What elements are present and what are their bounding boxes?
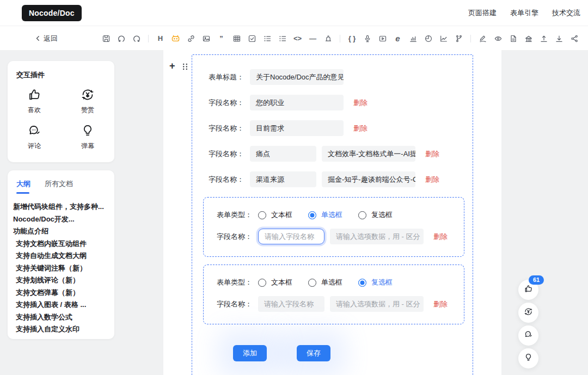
new-field-options-input[interactable]: 请输入选项数据，用 - 区分 — [330, 296, 424, 312]
delete-field-button[interactable]: 删除 — [425, 149, 439, 159]
outline-item[interactable]: 支持插入图表 / 表格 ... — [13, 299, 108, 311]
nav-form-engine[interactable]: 表单引擎 — [510, 8, 538, 18]
delete-field-button[interactable]: 删除 — [433, 232, 448, 242]
form-type-row: 表单类型： 文本框 单选框 复选框 — [217, 210, 464, 220]
undo-icon[interactable] — [117, 34, 126, 43]
reward-icon — [524, 307, 533, 318]
outline-item[interactable]: Nocode/Doc开发... — [13, 213, 108, 226]
field-row: 字段名称： 痛点 文档效率-文档格式单一-AI提示-协 删除 — [209, 146, 473, 162]
plugin-like[interactable]: 喜欢 — [27, 88, 41, 115]
delete-field-button[interactable]: 删除 — [433, 299, 448, 309]
delete-field-button[interactable]: 删除 — [353, 98, 367, 108]
heading-icon[interactable]: H — [156, 34, 165, 43]
table-icon[interactable] — [232, 34, 241, 43]
signature-pen-icon[interactable] — [478, 34, 487, 43]
save-button[interactable]: 保存 — [297, 345, 330, 361]
add-button[interactable]: 添加 — [233, 345, 267, 361]
tab-outline[interactable]: 大纲 — [16, 179, 30, 194]
unordered-list-icon[interactable] — [278, 34, 287, 43]
git-branch-icon[interactable] — [454, 34, 463, 43]
bar-chart-icon[interactable] — [408, 34, 418, 43]
add-block-icon[interactable]: + — [169, 62, 175, 70]
plugins-panel: 交互插件 喜欢 赞赏 评论 弹幕 — [8, 61, 114, 162]
outline-item[interactable]: 支持自动生成文档大纲 — [13, 250, 108, 262]
danmaku-fab[interactable] — [518, 348, 538, 368]
e-symbol-icon[interactable]: e — [393, 34, 402, 43]
save-icon[interactable] — [101, 34, 111, 43]
reward-fab[interactable] — [518, 303, 538, 323]
link-icon[interactable] — [186, 34, 195, 43]
braces-icon[interactable]: { } — [347, 34, 357, 43]
radio-checkbox[interactable]: 复选框 — [358, 278, 393, 287]
pie-chart-icon[interactable] — [424, 34, 433, 43]
field-options-input[interactable]: 掘金-知乎-趣谈前端公众号-CSDN — [322, 171, 415, 187]
floating-actions: 61 — [518, 280, 538, 368]
drag-handle-icon[interactable] — [182, 63, 188, 72]
field-name-label: 字段名称： — [209, 124, 250, 133]
radio-single-select[interactable]: 单选框 — [308, 210, 342, 220]
radio-circle-selected — [308, 211, 316, 219]
field-name-input[interactable]: 目前需求 — [250, 120, 344, 136]
line-chart-icon[interactable] — [439, 34, 448, 43]
field-name-input[interactable]: 渠道来源 — [250, 171, 316, 187]
ordered-list-icon[interactable] — [262, 34, 272, 43]
comment-fab[interactable] — [518, 325, 538, 346]
plugin-danmaku[interactable]: 弹幕 — [81, 124, 95, 151]
outline-item[interactable]: 支持文档内嵌互动组件 — [13, 238, 108, 250]
horizontal-rule-icon[interactable]: — — [308, 34, 317, 43]
field-name-input[interactable]: 您的职业 — [250, 95, 344, 110]
share-icon[interactable] — [569, 34, 579, 43]
nav-tech-exchange[interactable]: 技术交流 — [552, 8, 580, 18]
plugin-comment[interactable]: 评论 — [27, 124, 41, 151]
nav-page-builder[interactable]: 页面搭建 — [468, 8, 497, 18]
new-field-options-input[interactable]: 请输入选项数据，用 - 区分 — [330, 229, 424, 244]
redo-icon[interactable] — [132, 34, 141, 43]
field-name-label: 字段名称： — [209, 149, 250, 159]
outline-item[interactable]: 支持划线评论（新） — [13, 274, 108, 287]
bell-icon[interactable] — [323, 34, 333, 43]
upload-icon[interactable] — [539, 34, 548, 43]
quote-icon[interactable]: ” — [217, 34, 226, 43]
checkbox-icon[interactable] — [247, 34, 256, 43]
microphone-icon[interactable] — [363, 34, 372, 43]
radio-single-select[interactable]: 单选框 — [308, 278, 342, 287]
robot-emoji-icon[interactable] — [171, 34, 180, 43]
radio-textbox[interactable]: 文本框 — [258, 210, 292, 220]
tab-all-docs[interactable]: 所有文档 — [45, 179, 73, 194]
editor-toolbar: 返回 H ” <> — { } e — [0, 27, 588, 50]
new-field-input-row: 字段名称： 请输入字段名称 请输入选项数据，用 - 区分 删除 — [217, 296, 464, 312]
outline-item[interactable]: 支持插入自定义水印 — [13, 323, 108, 336]
document-file-icon[interactable] — [509, 34, 518, 43]
watermark-building-icon[interactable] — [524, 34, 533, 43]
like-fab[interactable]: 61 — [518, 280, 538, 300]
outline-item[interactable]: 支持文档弹幕（新） — [13, 287, 108, 299]
video-icon[interactable] — [378, 34, 387, 43]
outline-item[interactable]: 支持插入数学公式 — [13, 311, 108, 324]
back-button[interactable]: 返回 — [35, 27, 58, 50]
new-field-name-input[interactable]: 请输入字段名称 — [258, 229, 324, 244]
eye-preview-icon[interactable] — [493, 34, 503, 43]
outline-item[interactable]: 支持关键词注释（新） — [13, 262, 108, 275]
outline-item[interactable]: 新增代码块组件，支持多种... — [13, 201, 108, 213]
radio-textbox[interactable]: 文本框 — [258, 278, 292, 287]
field-name-input[interactable]: 痛点 — [250, 146, 316, 162]
download-icon[interactable] — [554, 34, 564, 43]
radio-circle — [308, 279, 316, 287]
toolbar-icons: H ” <> — { } e — [101, 27, 579, 50]
radio-checkbox[interactable]: 复选框 — [358, 210, 393, 220]
image-icon[interactable] — [201, 34, 211, 43]
toolbar-divider — [148, 35, 149, 42]
field-options-input[interactable]: 文档效率-文档格式单一-AI提示-协 — [322, 146, 415, 162]
delete-field-button[interactable]: 删除 — [425, 175, 439, 185]
outline-item[interactable]: 功能点介绍 — [13, 225, 108, 238]
delete-field-button[interactable]: 删除 — [353, 124, 367, 133]
plugin-reward[interactable]: 赞赏 — [81, 88, 95, 115]
code-icon[interactable]: <> — [293, 34, 302, 43]
new-field-section: 表单类型： 文本框 单选框 复选框 字段名称： 请输入字段名称 请输入选项数据，… — [203, 197, 464, 257]
plugin-like-label: 喜欢 — [28, 106, 41, 115]
field-name-label: 字段名称： — [209, 175, 250, 185]
form-title-input[interactable]: 关于Nocode/Doc产品的意见反馈 — [250, 69, 344, 85]
new-field-name-input[interactable]: 请输入字段名称 — [258, 296, 324, 312]
field-name-label: 字段名称： — [209, 98, 250, 108]
form-block: 表单标题： 关于Nocode/Doc产品的意见反馈 字段名称： 您的职业 删除 … — [192, 54, 473, 375]
